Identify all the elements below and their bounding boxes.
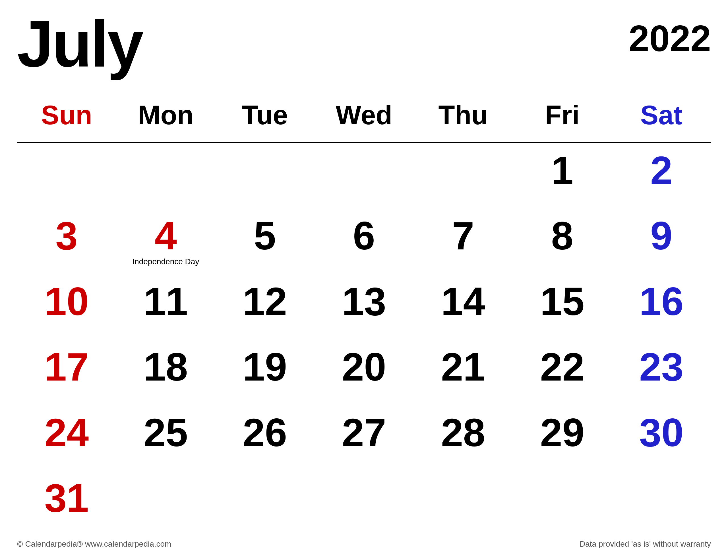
- day-number-14: 14: [441, 282, 485, 321]
- day-cell: 1: [513, 143, 612, 209]
- day-cell: 16: [612, 274, 711, 340]
- header-row: July 2022: [17, 11, 711, 77]
- day-cell: 28: [413, 406, 513, 471]
- day-number-7: 7: [452, 216, 474, 256]
- day-cell: [612, 471, 711, 537]
- calendar-container: July 2022 SunMonTueWedThuFriSat1234Indep…: [0, 0, 728, 560]
- day-cell: 10: [17, 274, 116, 340]
- day-cell: 31: [17, 471, 116, 537]
- day-number-28: 28: [441, 413, 485, 452]
- day-number-18: 18: [144, 347, 188, 387]
- day-cell: 25: [116, 406, 216, 471]
- day-number-23: 23: [639, 347, 684, 387]
- day-header-wed: Wed: [315, 94, 414, 143]
- calendar-grid: SunMonTueWedThuFriSat1234Independence Da…: [17, 94, 711, 537]
- day-number-2: 2: [650, 150, 673, 190]
- day-number-30: 30: [639, 413, 684, 452]
- day-number-21: 21: [441, 347, 485, 387]
- day-number-19: 19: [243, 347, 287, 387]
- day-cell: 21: [413, 340, 513, 406]
- day-cell: 24: [17, 406, 116, 471]
- day-number-3: 3: [55, 216, 78, 256]
- day-number-9: 9: [650, 216, 673, 256]
- day-cell: 15: [513, 274, 612, 340]
- footer-right: Data provided 'as is' without warranty: [580, 540, 711, 549]
- day-cell: 11: [116, 274, 216, 340]
- day-number-31: 31: [44, 478, 89, 518]
- day-cell: 3: [17, 209, 116, 274]
- footer-left: © Calendarpedia® www.calendarpedia.com: [17, 540, 171, 549]
- day-cell: 29: [513, 406, 612, 471]
- day-cell: 7: [413, 209, 513, 274]
- day-cell: [116, 143, 216, 209]
- day-cell: 9: [612, 209, 711, 274]
- day-cell: [513, 471, 612, 537]
- day-cell: [17, 143, 116, 209]
- day-cell: 18: [116, 340, 216, 406]
- day-cell: 20: [315, 340, 414, 406]
- day-number-17: 17: [44, 347, 89, 387]
- day-number-5: 5: [254, 216, 276, 256]
- day-number-11: 11: [144, 282, 188, 321]
- month-title: July: [17, 11, 142, 77]
- day-cell: 4Independence Day: [116, 209, 216, 274]
- day-number-20: 20: [342, 347, 386, 387]
- day-cell: 22: [513, 340, 612, 406]
- day-number-25: 25: [144, 413, 188, 452]
- day-cell: 30: [612, 406, 711, 471]
- day-number-27: 27: [342, 413, 386, 452]
- day-cell: [215, 143, 315, 209]
- day-cell: [215, 471, 315, 537]
- day-cell: 19: [215, 340, 315, 406]
- day-header-sun: Sun: [17, 94, 116, 143]
- day-number-4: 4: [155, 216, 177, 256]
- day-cell: [315, 143, 414, 209]
- day-header-sat: Sat: [612, 94, 711, 143]
- day-cell: 14: [413, 274, 513, 340]
- day-number-6: 6: [353, 216, 375, 256]
- day-cell: 6: [315, 209, 414, 274]
- day-cell: 8: [513, 209, 612, 274]
- day-cell: 12: [215, 274, 315, 340]
- year-title: 2022: [629, 11, 711, 57]
- day-cell: 17: [17, 340, 116, 406]
- day-number-22: 22: [540, 347, 584, 387]
- day-cell: 27: [315, 406, 414, 471]
- day-number-12: 12: [243, 282, 287, 321]
- day-cell: 5: [215, 209, 315, 274]
- day-number-15: 15: [540, 282, 584, 321]
- day-number-8: 8: [551, 216, 573, 256]
- day-number-1: 1: [551, 150, 573, 190]
- holiday-label: Independence Day: [132, 257, 199, 266]
- day-cell: [116, 471, 216, 537]
- day-cell: [413, 471, 513, 537]
- day-header-tue: Tue: [215, 94, 315, 143]
- day-cell: 23: [612, 340, 711, 406]
- day-cell: [315, 471, 414, 537]
- day-number-29: 29: [540, 413, 584, 452]
- day-cell: 26: [215, 406, 315, 471]
- day-cell: 2: [612, 143, 711, 209]
- day-cell: [413, 143, 513, 209]
- footer: © Calendarpedia® www.calendarpedia.com D…: [17, 537, 711, 549]
- day-header-mon: Mon: [116, 94, 216, 143]
- day-cell: 13: [315, 274, 414, 340]
- day-number-16: 16: [639, 282, 684, 321]
- day-header-fri: Fri: [513, 94, 612, 143]
- day-header-thu: Thu: [413, 94, 513, 143]
- day-number-26: 26: [243, 413, 287, 452]
- day-number-24: 24: [44, 413, 89, 452]
- day-number-13: 13: [342, 282, 386, 321]
- day-number-10: 10: [44, 282, 89, 321]
